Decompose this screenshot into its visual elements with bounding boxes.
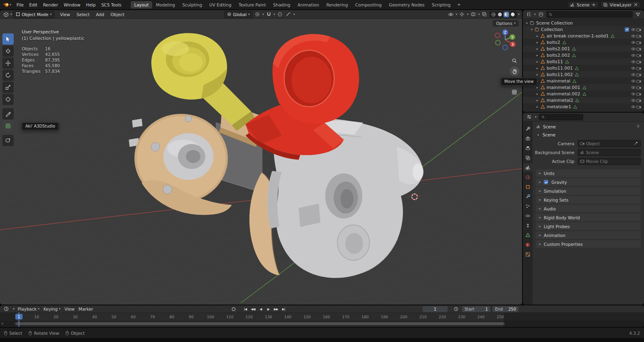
properties-section-collapsed[interactable]: ▸ Keying Sets <box>536 196 641 204</box>
properties-search[interactable] <box>539 114 583 120</box>
shading-solid-button[interactable] <box>497 12 503 17</box>
object-visibility-dropdown[interactable] <box>447 11 454 18</box>
falloff-curve-icon[interactable] <box>285 11 292 18</box>
gravity-section[interactable]: ▸ Gravity <box>536 178 641 186</box>
tab-scene[interactable] <box>523 163 533 172</box>
timeline-menu-item[interactable]: View <box>64 307 74 311</box>
current-frame-field[interactable]: 1 <box>423 306 448 312</box>
timeline-menu-item[interactable]: Marker <box>78 307 93 311</box>
workspace-tab[interactable]: Texture Paint <box>235 1 270 8</box>
scene-panel-header[interactable]: ▾ Scene <box>533 131 644 139</box>
move-tool[interactable] <box>2 58 14 69</box>
jump-to-start-button[interactable]: |◀ <box>242 306 249 312</box>
tab-modifiers[interactable] <box>523 192 533 201</box>
camera-visibility-icon[interactable] <box>636 65 642 71</box>
outliner-object-row[interactable]: ▸ bolts2.002 <box>523 52 644 58</box>
workspace-tab[interactable]: Modeling <box>152 1 179 8</box>
scene-collection-row[interactable]: ▾ Scene Collection <box>523 20 644 26</box>
editor-type-3dviewport-icon[interactable] <box>2 11 10 18</box>
workspace-tab[interactable]: Shading <box>270 1 294 8</box>
tab-view-layer[interactable] <box>523 154 533 162</box>
filter-icon[interactable] <box>634 11 642 18</box>
expand-arrow-icon[interactable]: ▸ <box>535 47 540 51</box>
background-scene-field[interactable]: Scene <box>578 149 641 156</box>
proportional-edit-icon[interactable] <box>277 11 284 18</box>
aki-a3dstudio-tool[interactable] <box>2 120 14 132</box>
tab-physics[interactable] <box>523 212 533 220</box>
expand-arrow-icon[interactable]: ▾ <box>524 21 529 25</box>
pivot-point-dropdown[interactable] <box>254 11 261 18</box>
zoom-view-button[interactable] <box>510 56 519 66</box>
pin-icon[interactable] <box>636 124 641 129</box>
editor-type-properties-icon[interactable] <box>525 113 533 121</box>
expand-arrow-icon[interactable]: ▸ <box>535 86 540 89</box>
outliner-object-row[interactable]: ▸ mainmetal.001 <box>523 84 644 91</box>
properties-section-collapsed[interactable]: ▸ Simulation <box>536 187 641 195</box>
expand-arrow-icon[interactable]: ▸ <box>535 92 540 96</box>
editor-type-outliner-icon[interactable] <box>525 11 533 18</box>
remove-viewlayer-icon[interactable] <box>633 2 638 7</box>
timeline-track[interactable] <box>0 321 644 327</box>
workspace-tab[interactable]: Animation <box>294 1 323 8</box>
tab-render[interactable] <box>523 134 533 143</box>
camera-visibility-icon[interactable] <box>636 78 642 84</box>
active-clip-field[interactable]: Movie Clip <box>578 158 641 165</box>
new-scene-icon[interactable] <box>591 2 597 7</box>
options-button[interactable]: Options▾ <box>493 20 519 27</box>
expand-arrow-icon[interactable]: ▸ <box>535 73 540 76</box>
timeline-ruler[interactable]: 1020304050607080901001101201301401501601… <box>0 313 644 321</box>
camera-visibility-icon[interactable] <box>636 46 642 52</box>
camera-visibility-icon[interactable] <box>636 59 642 64</box>
playhead[interactable]: 1 <box>15 314 23 319</box>
outliner-object-row[interactable]: ▸ bolts2.001 <box>523 45 644 52</box>
outliner-object-row[interactable]: ▸ mainmetal2 <box>523 97 644 103</box>
move-view-button[interactable] <box>510 66 519 76</box>
expand-arrow-icon[interactable]: ▾ <box>529 28 534 31</box>
navigation-gizmo[interactable]: Z Y X <box>492 27 518 53</box>
timeline-scrollbar[interactable] <box>14 322 505 325</box>
properties-section-collapsed[interactable]: ▸ Audio <box>536 205 641 212</box>
tab-output[interactable] <box>523 144 533 152</box>
hide-eye-icon[interactable] <box>630 52 636 58</box>
outliner-search-input[interactable] <box>554 12 630 17</box>
frame-end-field[interactable]: End250 <box>493 306 518 312</box>
hide-eye-icon[interactable] <box>630 91 636 97</box>
add-cube-tool[interactable] <box>2 135 14 146</box>
camera-visibility-icon[interactable] <box>636 27 642 32</box>
camera-visibility-icon[interactable] <box>636 91 642 97</box>
camera-visibility-icon[interactable] <box>636 52 642 58</box>
viewport-menu-item[interactable]: Select <box>73 10 93 19</box>
properties-search-input[interactable] <box>547 115 581 119</box>
display-mode-icon[interactable] <box>537 11 545 18</box>
play-button[interactable]: ▶ <box>265 306 272 312</box>
select-box-tool[interactable] <box>2 33 14 45</box>
eyedropper-icon[interactable] <box>633 141 638 146</box>
xray-toggle[interactable] <box>481 11 488 18</box>
hide-eye-icon[interactable] <box>630 84 636 90</box>
collection-row[interactable]: ▾ Collection <box>523 26 644 33</box>
snap-magnet-icon[interactable] <box>265 11 272 18</box>
outliner-object-row[interactable]: ▸ bolts11.001 <box>523 65 644 71</box>
hide-eye-icon[interactable] <box>630 59 636 64</box>
hide-eye-icon[interactable] <box>630 104 636 109</box>
outliner-object-row[interactable]: ▸ bolts2 <box>523 39 644 45</box>
tab-world[interactable] <box>523 173 533 181</box>
expand-arrow-icon[interactable]: ▸ <box>535 54 540 57</box>
menubar-item[interactable]: SCS Tools <box>99 0 124 10</box>
camera-visibility-icon[interactable] <box>636 84 642 90</box>
gizmos-dropdown[interactable] <box>458 11 466 18</box>
hide-eye-icon[interactable] <box>630 39 636 45</box>
editor-type-timeline-icon[interactable] <box>2 305 10 313</box>
menubar-item[interactable]: Render <box>40 0 61 10</box>
shading-wireframe-button[interactable] <box>491 12 496 17</box>
hide-eye-icon[interactable] <box>630 97 636 103</box>
outliner-object-row[interactable]: ▸ bolts11.002 <box>523 71 644 78</box>
auto-keying-toggle[interactable] <box>230 306 237 312</box>
workspace-tab[interactable]: Rendering <box>323 1 352 8</box>
blender-app-menu[interactable]: ▾ <box>0 0 14 10</box>
menubar-item[interactable]: Edit <box>27 0 40 10</box>
outliner-object-row[interactable]: ▸ air break connector-1-solid1 <box>523 33 644 39</box>
transform-tool[interactable] <box>2 94 14 105</box>
expand-arrow-icon[interactable]: ▸ <box>535 105 540 109</box>
camera-field[interactable]: Object <box>578 140 641 147</box>
